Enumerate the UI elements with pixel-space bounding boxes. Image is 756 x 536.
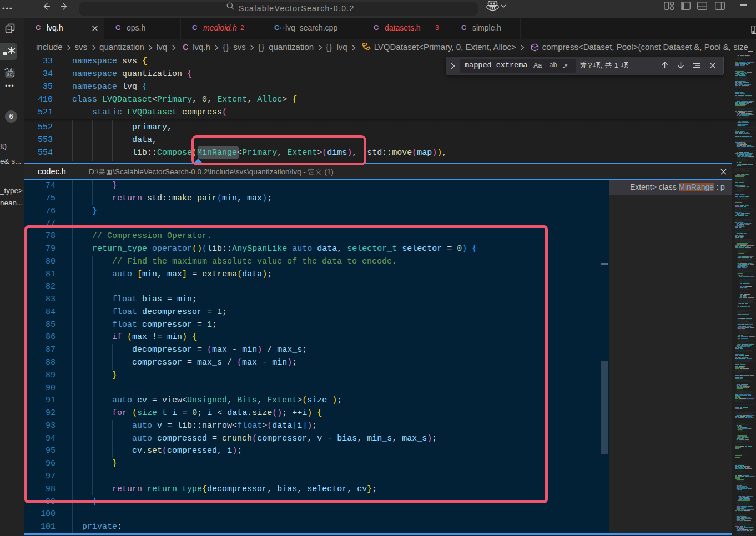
svg-text:ac: ac — [7, 72, 13, 77]
